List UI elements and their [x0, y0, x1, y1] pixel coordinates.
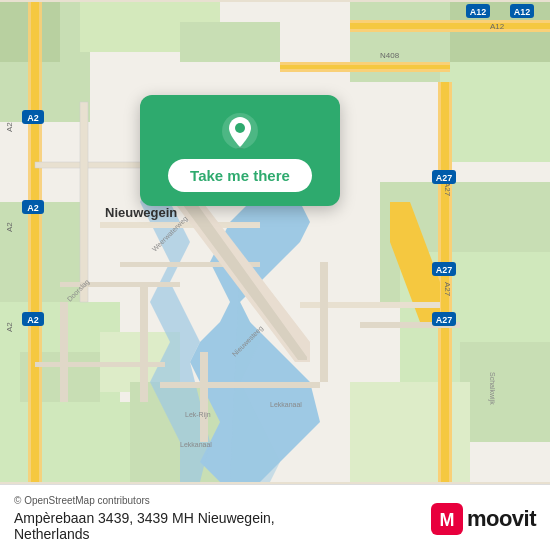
svg-rect-17 — [0, 402, 130, 482]
svg-text:A27: A27 — [436, 173, 453, 183]
svg-text:A12: A12 — [514, 7, 531, 17]
osm-credit: © OpenStreetMap contributors — [14, 495, 275, 506]
address-line1: Ampèrebaan 3439, 3439 MH Nieuwegein, — [14, 510, 275, 526]
svg-text:A27: A27 — [436, 265, 453, 275]
svg-rect-4 — [440, 62, 550, 162]
svg-rect-34 — [140, 282, 148, 402]
svg-rect-43 — [160, 382, 320, 388]
map-svg: A2 A2 A2 A27 A27 N408 A12 A12 A2 A2 A2 A… — [0, 0, 550, 484]
map-area: A2 A2 A2 A27 A27 N408 A12 A12 A2 A2 A2 A… — [0, 0, 550, 484]
svg-rect-36 — [60, 302, 68, 402]
svg-text:Lek-Rijn: Lek-Rijn — [185, 411, 211, 419]
moovit-logo: M moovit — [431, 503, 536, 535]
svg-rect-29 — [280, 65, 450, 69]
svg-text:A2: A2 — [5, 322, 14, 332]
svg-point-79 — [235, 123, 245, 133]
svg-text:Lekkanaal: Lekkanaal — [180, 441, 212, 448]
svg-text:A2: A2 — [27, 203, 39, 213]
svg-text:A27: A27 — [443, 282, 452, 297]
svg-text:A2: A2 — [27, 113, 39, 123]
svg-rect-44 — [200, 352, 208, 442]
svg-text:N408: N408 — [380, 51, 400, 60]
svg-text:A2: A2 — [5, 222, 14, 232]
svg-rect-37 — [35, 362, 165, 367]
svg-rect-15 — [180, 22, 280, 62]
info-left: © OpenStreetMap contributors Ampèrebaan … — [14, 495, 275, 542]
svg-text:A2: A2 — [5, 122, 14, 132]
svg-text:A27: A27 — [443, 182, 452, 197]
address-text: Ampèrebaan 3439, 3439 MH Nieuwegein, Net… — [14, 510, 275, 542]
svg-text:M: M — [439, 510, 454, 530]
moovit-icon: M — [431, 503, 463, 535]
svg-rect-22 — [31, 2, 39, 482]
svg-rect-39 — [320, 262, 328, 382]
svg-text:A12: A12 — [470, 7, 487, 17]
svg-rect-12 — [460, 342, 550, 442]
popup-card[interactable]: Take me there — [140, 95, 340, 206]
svg-text:A12: A12 — [490, 22, 505, 31]
svg-rect-24 — [350, 23, 550, 29]
main-container: A2 A2 A2 A27 A27 N408 A12 A12 A2 A2 A2 A… — [0, 0, 550, 550]
svg-text:A2: A2 — [27, 315, 39, 325]
svg-text:A27: A27 — [436, 315, 453, 325]
address-line2: Netherlands — [14, 526, 90, 542]
svg-text:Lekkanaal: Lekkanaal — [270, 401, 302, 408]
svg-text:Schalkwijk: Schalkwijk — [488, 372, 496, 405]
take-me-there-button[interactable]: Take me there — [168, 159, 312, 192]
svg-rect-31 — [80, 102, 88, 302]
svg-text:Nieuwegein: Nieuwegein — [105, 205, 177, 220]
location-pin-icon — [222, 113, 258, 149]
moovit-wordmark: moovit — [467, 506, 536, 532]
info-bar: © OpenStreetMap contributors Ampèrebaan … — [0, 484, 550, 550]
